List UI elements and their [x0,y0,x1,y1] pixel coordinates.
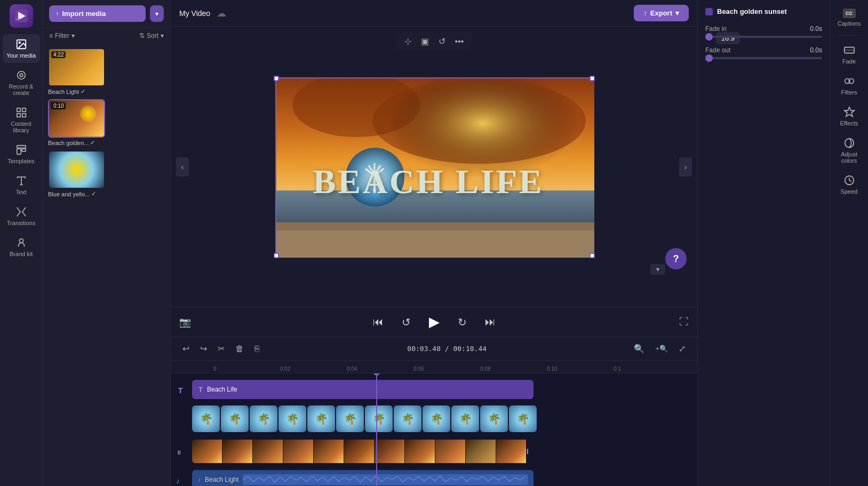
video-frame-2 [222,440,253,463]
overlay-icon-12[interactable]: 🌴 [509,405,537,432]
fullscreen-button[interactable]: ⛶ [679,316,689,328]
overlay-icon-2[interactable]: 🌴 [221,405,249,432]
effects-label: Effects [840,120,858,126]
right-sidebar-item-adjust-colors[interactable]: Adjust colors [832,133,866,168]
right-sidebar-item-filters[interactable]: Filters [832,71,866,100]
skip-to-end-button[interactable]: ⏭ [481,314,500,330]
svg-text:BEACH LIFE: BEACH LIFE [313,163,544,201]
overlay-tool-button[interactable]: ▣ [418,35,432,48]
rewind-5s-button[interactable]: ↺ [397,314,415,331]
svg-rect-8 [22,108,25,111]
export-button[interactable]: ↑ Export ▾ [634,5,689,21]
sidebar-item-brand-kit[interactable]: Brand kit [3,233,40,261]
fit-timeline-button[interactable]: ⤢ [675,341,689,356]
track-body-text: T Beach Life [192,377,697,404]
playhead[interactable] [376,373,377,486]
sidebar-item-content-library[interactable]: Content library [3,102,40,138]
overlay-icon-8[interactable]: 🌴 [394,405,421,432]
sidebar-item-your-media[interactable]: Your media [3,34,40,63]
svg-rect-9 [17,114,20,117]
overlay-icon-1[interactable]: 🌴 [192,405,220,432]
sidebar-item-label: Record & create [9,83,34,96]
screenshot-button[interactable]: 📷 [179,316,191,328]
collapse-timeline-button[interactable]: ▾ [650,264,665,275]
overlay-icon-5[interactable]: 🌴 [307,405,335,432]
media-item-beach-golden[interactable]: 0:10 Beach golden... ✓ [48,99,105,146]
app-logo [10,4,33,28]
overlay-icon-3[interactable]: 🌴 [250,405,277,432]
overlay-icon-11[interactable]: 🌴 [480,405,508,432]
overlay-icon-10[interactable]: 🌴 [451,405,479,432]
overlay-icon-9[interactable]: 🌴 [423,405,450,432]
fade-out-row: Fade out 0.0s [705,46,822,59]
video-clip[interactable]: ⏸ [192,440,533,463]
project-name: My Video [179,9,210,18]
right-sidebar-item-captions[interactable]: CC Captions [832,4,866,31]
sidebar-item-transitions[interactable]: Transitions [3,202,40,230]
import-media-dropdown-button[interactable]: ▾ [150,5,164,22]
resize-handle-tr[interactable] [590,76,595,81]
zoom-out-button[interactable]: 🔍 [631,341,648,356]
right-sidebar-item-speed[interactable]: Speed [832,170,866,199]
panel-title-row: Beach golden sunset [705,7,822,15]
cut-button[interactable]: ✂ [214,341,228,356]
sidebar-item-record-create[interactable]: Record & create [3,65,40,100]
skip-to-start-button[interactable]: ⏮ [369,314,388,330]
redo-button[interactable]: ↪ [197,341,210,356]
right-sidebar-divider-1 [839,35,860,36]
motion-tool-button[interactable]: ↺ [435,35,449,48]
fade-out-slider-thumb[interactable] [705,54,713,62]
fade-out-label: Fade out [705,46,730,54]
fade-out-slider[interactable] [705,57,822,59]
left-sidebar: Your media Record & create Content libra… [0,0,43,486]
more-tools-button[interactable]: ••• [452,35,467,48]
help-button[interactable]: ? [665,248,687,269]
right-panel: Beach golden sunset Fade in 0.0s Fade ou… [697,0,868,486]
video-frame-7 [375,440,405,463]
track-body-audio: ♪ Beach Light [192,467,697,486]
sidebar-item-templates[interactable]: Templates [3,140,40,169]
preview-toolbar: ⊹ ▣ ↺ ••• [396,32,473,51]
video-frame-1 [192,440,222,463]
overlay-icon-7[interactable]: 🌴 [365,405,393,432]
preview-canvas: BEACH LIFE BEACH LIFE [275,77,593,257]
crop-tool-button[interactable]: ⊹ [401,35,415,48]
media-item-label-3: Blue and yello... ✓ [48,190,105,197]
svg-rect-2 [15,18,20,20]
fade-in-slider-thumb[interactable] [705,33,713,41]
media-item-blue-yellow[interactable]: Blue and yello... ✓ [48,150,105,197]
collapse-right-button[interactable]: › [679,157,692,177]
undo-button[interactable]: ↩ [179,341,193,356]
sidebar-item-label: Brand kit [10,251,33,257]
zoom-in-button[interactable]: +🔍 [652,342,671,355]
media-item-beach-light[interactable]: 4:22 Beach Light ✓ [48,48,105,95]
right-sidebar-item-fade[interactable]: Fade [832,40,866,69]
media-filter-row: ≡ Filter ▾ ⇅ Sort ▾ [43,28,170,44]
fade-in-slider[interactable] [705,36,822,38]
timeline-toolbar: ↩ ↪ ✂ 🗑 ⎘ 00:03.48 / 00:10.44 🔍 +🔍 ⤢ [171,337,697,361]
svg-point-4 [19,42,20,43]
right-sidebar-item-effects[interactable]: Effects [832,102,866,131]
overlay-icon-6[interactable]: 🌴 [336,405,364,432]
timeline-content: T T Beach Life 🌴 🌴 🌴 🌴 [171,373,697,486]
text-clip-beach-life[interactable]: T Beach Life [192,380,533,399]
panel-clip-name: Beach golden sunset [717,7,787,15]
duplicate-button[interactable]: ⎘ [251,342,263,356]
timeline-track-overlay: 🌴 🌴 🌴 🌴 🌴 🌴 🌴 🌴 🌴 🌴 🌴 🌴 [171,405,697,436]
audio-clip-beach-light[interactable]: ♪ Beach Light [192,470,533,486]
play-pause-button[interactable]: ▶ [425,312,444,332]
sort-button[interactable]: ⇅ Sort ▾ [139,32,164,39]
timeline-track-audio: ♪ ♪ Beach Light [171,467,697,486]
resize-handle-tl[interactable] [274,76,279,81]
sidebar-item-text[interactable]: Text [3,171,40,200]
delete-button[interactable]: 🗑 [232,342,247,356]
filter-button[interactable]: ≡ Filter ▾ [49,32,75,39]
video-frame-5 [314,440,344,463]
ruler-mark-0: 0 [213,366,280,373]
resize-handle-br[interactable] [590,253,595,258]
import-media-button[interactable]: ↑ Import media [49,5,146,22]
collapse-left-button[interactable]: ‹ [176,157,189,177]
forward-5s-button[interactable]: ↻ [453,314,471,331]
resize-handle-bl[interactable] [274,253,279,258]
overlay-icon-4[interactable]: 🌴 [278,405,306,432]
